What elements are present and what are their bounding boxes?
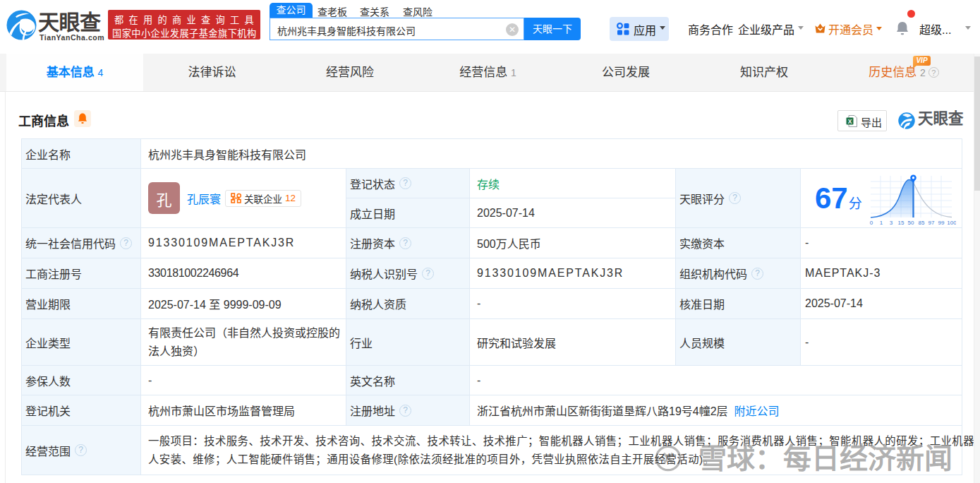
svg-text:1: 1 xyxy=(880,220,883,226)
svg-text:15: 15 xyxy=(898,220,905,226)
svg-text:X: X xyxy=(848,118,852,125)
svg-text:50: 50 xyxy=(908,220,914,226)
svg-text:3: 3 xyxy=(890,220,893,226)
svg-text:0: 0 xyxy=(870,220,873,226)
svg-text:99: 99 xyxy=(938,220,945,226)
svg-text:100: 100 xyxy=(947,220,956,226)
svg-text:97: 97 xyxy=(928,220,935,226)
svg-text:85: 85 xyxy=(919,220,925,226)
